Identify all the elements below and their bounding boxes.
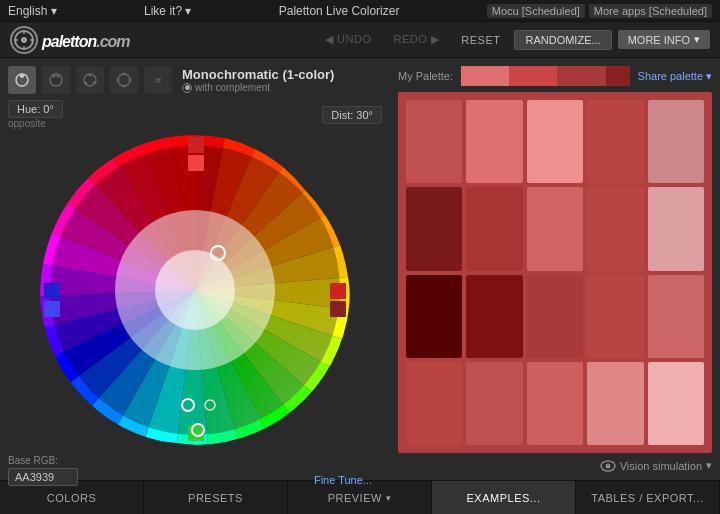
svg-point-24 — [155, 250, 235, 330]
mode-free-btn[interactable]: ✕ — [144, 66, 172, 94]
top-bar: English ▾ Like it? ▾ Paletton Live Color… — [0, 0, 720, 22]
dist-label[interactable]: Dist: 30° — [322, 106, 382, 124]
right-panel: My Palette: Share palette ▾ Visio — [390, 58, 720, 480]
base-rgb-label: Base RGB: — [8, 455, 78, 466]
bottom-tab-tables---export---[interactable]: TABLES / EXPORT... — [576, 481, 720, 514]
svg-text:✕: ✕ — [154, 75, 162, 86]
svg-rect-26 — [188, 155, 204, 171]
svg-point-19 — [129, 79, 132, 82]
eye-icon — [600, 460, 616, 472]
top-bar-right: Mocu [Scheduled] More apps [Scheduled] — [487, 4, 712, 18]
svg-point-1 — [21, 37, 27, 43]
app-name: Paletton Live Colorizer — [279, 4, 400, 18]
mode-icons: ✕ — [8, 66, 172, 94]
palette-strip-2 — [509, 66, 557, 86]
redo-button[interactable]: REDO ▶ — [385, 30, 447, 49]
hue-dist-row: Hue: 0° opposite Dist: 30° — [8, 100, 382, 129]
svg-point-18 — [117, 79, 120, 82]
mode-adjacent-btn[interactable] — [42, 66, 70, 94]
share-palette-btn[interactable]: Share palette ▾ — [638, 70, 712, 83]
svg-point-10 — [57, 75, 60, 78]
likeit-btn[interactable]: Like it? ▾ — [144, 4, 191, 18]
swatch[interactable] — [406, 362, 462, 445]
bottom-tab-colors[interactable]: COLORS — [0, 481, 144, 514]
svg-point-9 — [53, 75, 56, 78]
palette-strip-1 — [461, 66, 509, 86]
swatch[interactable] — [466, 275, 522, 358]
svg-point-15 — [118, 74, 130, 86]
palette-strip-4 — [606, 66, 630, 86]
swatch[interactable] — [527, 362, 583, 445]
svg-point-33 — [605, 463, 610, 468]
svg-point-16 — [123, 73, 126, 76]
svg-rect-29 — [188, 425, 204, 441]
svg-point-7 — [20, 74, 24, 78]
swatch[interactable] — [527, 100, 583, 183]
toolbar: paletton.com ◀ UNDO REDO ▶ RESET RANDOMI… — [0, 22, 720, 58]
radio-dot[interactable] — [182, 83, 192, 93]
swatch[interactable] — [587, 187, 643, 270]
swatch[interactable] — [466, 187, 522, 270]
vision-simulation-btn[interactable]: Vision simulation ▾ — [600, 459, 712, 472]
logo-icon — [10, 26, 38, 54]
swatches-grid — [398, 92, 712, 453]
swatch[interactable] — [527, 187, 583, 270]
svg-rect-25 — [188, 137, 204, 153]
color-wheel-container[interactable] — [40, 135, 350, 445]
main-content: ✕ Monochromatic (1-color) with complemen… — [0, 58, 720, 480]
logo: paletton.com — [10, 26, 130, 54]
more-apps-scheduled[interactable]: More apps [Scheduled] — [589, 4, 712, 18]
svg-point-13 — [85, 82, 88, 85]
toolbar-actions: ◀ UNDO REDO ▶ RESET RANDOMIZE... MORE IN… — [317, 30, 710, 50]
color-wheel[interactable] — [40, 135, 350, 445]
svg-rect-28 — [330, 301, 346, 317]
swatch[interactable] — [466, 362, 522, 445]
swatch[interactable] — [587, 362, 643, 445]
swatch[interactable] — [406, 275, 462, 358]
svg-point-8 — [50, 74, 62, 86]
mode-info: Monochromatic (1-color) with complement — [182, 67, 334, 93]
swatch[interactable] — [648, 362, 704, 445]
swatch[interactable] — [648, 100, 704, 183]
swatch[interactable] — [648, 187, 704, 270]
hue-label[interactable]: Hue: 0° — [8, 100, 63, 118]
hue-section: Hue: 0° opposite — [8, 100, 63, 129]
more-info-scheduled[interactable]: Mocu [Scheduled] — [487, 4, 585, 18]
svg-point-12 — [89, 74, 92, 77]
mode-mono-btn[interactable] — [8, 66, 36, 94]
swatch[interactable] — [466, 100, 522, 183]
svg-point-17 — [123, 85, 126, 88]
swatch[interactable] — [527, 275, 583, 358]
swatch[interactable] — [587, 275, 643, 358]
bottom-tab-examples---[interactable]: EXAMPLES... — [432, 481, 576, 514]
opposite-label: opposite — [8, 118, 63, 129]
svg-rect-31 — [44, 301, 60, 317]
my-palette-label: My Palette: — [398, 70, 453, 82]
bottom-tab-presets[interactable]: PRESETS — [144, 481, 288, 514]
svg-rect-30 — [44, 283, 60, 299]
palette-strip — [461, 66, 630, 86]
svg-point-14 — [93, 82, 96, 85]
left-panel: ✕ Monochromatic (1-color) with complemen… — [0, 58, 390, 480]
swatch[interactable] — [406, 100, 462, 183]
swatch[interactable] — [406, 187, 462, 270]
randomize-button[interactable]: RANDOMIZE... — [514, 30, 611, 50]
bottom-bar: COLORSPRESETSPREVIEW▾EXAMPLES...TABLES /… — [0, 480, 720, 514]
mode-tetrad-btn[interactable] — [110, 66, 138, 94]
mode-sublabel: with complement — [182, 82, 334, 93]
undo-button[interactable]: ◀ UNDO — [317, 30, 379, 49]
palette-strip-3 — [557, 66, 605, 86]
more-info-button[interactable]: MORE INFO ▾ — [618, 30, 710, 49]
vision-row: Vision simulation ▾ — [398, 459, 712, 472]
my-palette-row: My Palette: Share palette ▾ — [398, 66, 712, 86]
mode-label: Monochromatic (1-color) — [182, 67, 334, 82]
swatch[interactable] — [648, 275, 704, 358]
language-selector[interactable]: English ▾ — [8, 4, 57, 18]
mode-triad-btn[interactable] — [76, 66, 104, 94]
svg-rect-27 — [330, 283, 346, 299]
bottom-tab-preview[interactable]: PREVIEW▾ — [288, 481, 432, 514]
reset-button[interactable]: RESET — [453, 31, 508, 49]
swatch[interactable] — [587, 100, 643, 183]
logo-text: paletton.com — [42, 27, 130, 53]
mode-selector: ✕ Monochromatic (1-color) with complemen… — [8, 66, 382, 94]
